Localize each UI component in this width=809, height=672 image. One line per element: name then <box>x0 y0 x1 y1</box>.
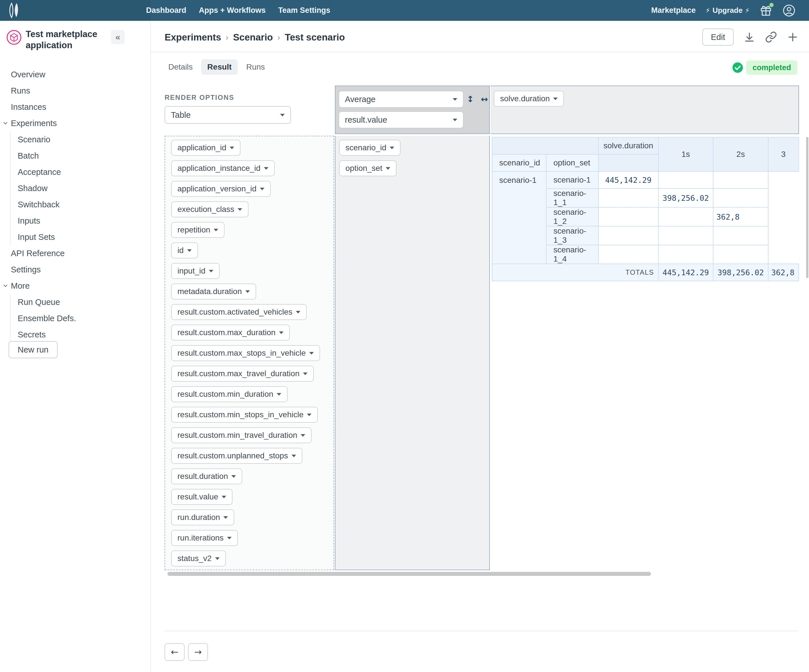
row-field-chip-scenario-id[interactable]: scenario_id <box>339 140 401 156</box>
available-fields-panel[interactable]: application_id application_instance_id a… <box>164 136 334 570</box>
nav-apps-workflows[interactable]: Apps + Workflows <box>199 6 265 15</box>
field-chip-run-iterations[interactable]: run.iterations <box>171 530 238 546</box>
value-cell <box>713 189 768 207</box>
chevron-down-icon <box>232 475 236 478</box>
breadcrumb: Experiments › Scenario › Test scenario <box>164 32 345 43</box>
vertical-scrollbar[interactable] <box>806 137 809 278</box>
sidebar-item-input-sets[interactable]: Input Sets <box>10 229 150 245</box>
field-chip-unplanned-stops[interactable]: result.custom.unplanned_stops <box>171 448 302 464</box>
value-cell <box>713 245 768 264</box>
field-chip-id[interactable]: id <box>171 243 198 258</box>
chevron-down-icon <box>386 167 390 170</box>
field-chip-status-v2[interactable]: status_v2 <box>171 550 226 566</box>
row-header: scenario-1_3 <box>546 226 599 245</box>
renderer-value: Table <box>171 111 191 120</box>
value-cell <box>713 226 768 245</box>
upgrade-button[interactable]: ⚡ Upgrade ⚡ <box>705 6 750 15</box>
sidebar-item-overview[interactable]: Overview <box>0 67 150 83</box>
chevron-down-icon <box>187 249 192 252</box>
sidebar-item-api-reference[interactable]: API Reference <box>0 245 150 261</box>
field-chip-application-instance-id[interactable]: application_instance_id <box>171 160 275 176</box>
field-chip-execution-class[interactable]: execution_class <box>171 201 248 217</box>
field-chip-max-travel-duration[interactable]: result.custom.max_travel_duration <box>171 366 314 382</box>
field-chip-run-duration[interactable]: run.duration <box>171 509 234 525</box>
row-fields-panel[interactable]: scenario_id option_set <box>335 136 490 570</box>
chevron-down-icon <box>227 537 232 540</box>
field-chip-max-stops-in-vehicle[interactable]: result.custom.max_stops_in_vehicle <box>171 345 320 361</box>
next-page-button[interactable]: → <box>188 643 208 661</box>
account-avatar-icon[interactable] <box>782 4 796 17</box>
aggregator-field-select[interactable]: result.value <box>339 111 463 128</box>
chevron-down-icon <box>260 188 264 190</box>
new-run-button[interactable]: New run <box>8 341 58 358</box>
sidebar-item-settings[interactable]: Settings <box>0 261 150 278</box>
sidebar-item-scenario[interactable]: Scenario <box>10 131 150 148</box>
aggregator-field-value: result.value <box>345 115 387 125</box>
sidebar-item-more[interactable]: More <box>0 278 150 294</box>
field-chip-label: result.custom.min_travel_duration <box>178 431 297 440</box>
field-chip-label: result.value <box>178 492 218 501</box>
tab-details[interactable]: Details <box>164 59 196 75</box>
value-cell <box>599 207 658 226</box>
column-fields-panel[interactable]: solve.duration <box>491 85 799 134</box>
copy-link-icon[interactable] <box>765 31 777 43</box>
field-chip-input-id[interactable]: input_id <box>171 263 220 279</box>
sidebar-collapse-button[interactable]: « <box>111 30 125 44</box>
field-chip-label: run.duration <box>178 513 220 522</box>
sidebar-item-experiments[interactable]: Experiments <box>0 115 150 131</box>
edit-button[interactable]: Edit <box>702 28 734 46</box>
column-field-chip-solve-duration[interactable]: solve.duration <box>494 91 564 107</box>
row-header: scenario-1_1 <box>546 189 599 207</box>
sort-vertical-icon[interactable]: ↕ <box>467 94 474 104</box>
value-cell <box>599 245 658 264</box>
nav-marketplace[interactable]: Marketplace <box>651 6 696 15</box>
sidebar-item-acceptance[interactable]: Acceptance <box>10 164 150 180</box>
sidebar-item-switchback[interactable]: Switchback <box>10 196 150 213</box>
field-chip-max-duration[interactable]: result.custom.max_duration <box>171 325 290 340</box>
chevron-down-icon <box>309 352 314 355</box>
sidebar-item-ensemble-defs[interactable]: Ensemble Defs. <box>10 310 150 327</box>
field-chip-label: option_set <box>346 164 382 173</box>
sidebar-item-secrets[interactable]: Secrets <box>10 327 150 343</box>
renderer-select[interactable]: Table <box>164 106 291 124</box>
field-chip-application-version-id[interactable]: application_version_id <box>171 181 271 197</box>
sidebar-item-batch[interactable]: Batch <box>10 148 150 164</box>
field-chip-activated-vehicles[interactable]: result.custom.activated_vehicles <box>171 304 307 320</box>
column-header-2s: 2s <box>713 137 768 171</box>
field-chip-label: metadata.duration <box>178 287 242 296</box>
gift-icon[interactable] <box>759 4 772 17</box>
field-chip-min-duration[interactable]: result.custom.min_duration <box>171 386 287 402</box>
field-chip-result-duration[interactable]: result.duration <box>171 468 242 484</box>
nextmv-logo-icon[interactable] <box>7 3 23 18</box>
sort-horizontal-icon[interactable]: ↔ <box>481 94 488 104</box>
horizontal-scrollbar[interactable] <box>168 572 651 576</box>
aggregator-select[interactable]: Average <box>339 91 463 108</box>
add-icon[interactable] <box>787 31 799 43</box>
render-options: RENDER OPTIONS Table <box>164 85 334 134</box>
value-cell <box>658 226 713 245</box>
row-field-chip-option-set[interactable]: option_set <box>339 160 396 176</box>
field-chip-min-travel-duration[interactable]: result.custom.min_travel_duration <box>171 427 312 443</box>
field-chip-repetition[interactable]: repetition <box>171 222 225 238</box>
nav-dashboard[interactable]: Dashboard <box>146 6 186 15</box>
sidebar-item-instances[interactable]: Instances <box>0 99 150 115</box>
sidebar-item-label: Experiments <box>11 119 57 128</box>
more-subgroup: Run Queue Ensemble Defs. Secrets <box>10 294 150 343</box>
nav-team-settings[interactable]: Team Settings <box>278 6 330 15</box>
totals-row: TOTALS 445,142.29 398,256.02 362,8 <box>492 264 799 281</box>
field-chip-metadata-duration[interactable]: metadata.duration <box>171 283 256 300</box>
tab-runs[interactable]: Runs <box>242 59 269 75</box>
breadcrumb-scenario[interactable]: Scenario <box>233 32 273 43</box>
field-chip-result-value[interactable]: result.value <box>171 489 232 505</box>
tab-result[interactable]: Result <box>201 59 238 75</box>
breadcrumb-experiments[interactable]: Experiments <box>164 32 221 43</box>
download-icon[interactable] <box>744 31 755 43</box>
sidebar-item-runs[interactable]: Runs <box>0 83 150 99</box>
lightning-icon: ⚡ <box>705 7 710 15</box>
sidebar-item-inputs[interactable]: Inputs <box>10 213 150 229</box>
field-chip-min-stops-in-vehicle[interactable]: result.custom.min_stops_in_vehicle <box>171 407 318 423</box>
prev-page-button[interactable]: ← <box>164 643 185 661</box>
field-chip-application-id[interactable]: application_id <box>171 140 240 156</box>
sidebar-item-run-queue[interactable]: Run Queue <box>10 294 150 310</box>
sidebar-item-shadow[interactable]: Shadow <box>10 180 150 196</box>
